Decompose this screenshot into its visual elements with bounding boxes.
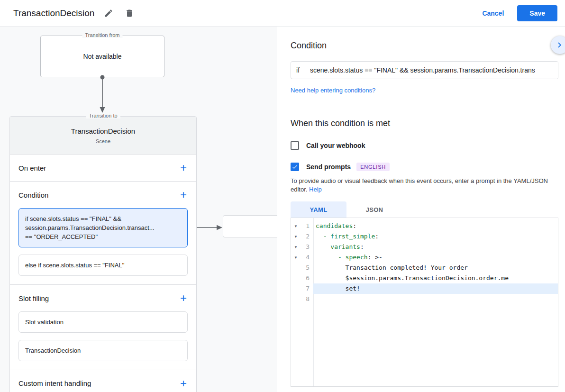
editor-line[interactable]: ▾4 - speech: >- [291,252,558,263]
yaml-editor-lines: ▾1candidates:▾2 - first_simple:▾3 varian… [291,221,558,304]
if-label: if [291,62,305,79]
code-line-content: Transaction completed! Your order [313,263,558,273]
add-slot-button[interactable]: + [175,290,191,306]
slot-filling-label: Slot filling [18,294,49,302]
code-line-content: $session.params.TransactionDecision.orde… [313,273,558,283]
code-line-content: variants: [313,242,558,252]
fold-gutter [291,283,301,294]
add-condition-button[interactable]: + [175,187,191,203]
add-on-enter-button[interactable]: + [175,160,191,176]
line-number: 2 [301,231,313,242]
editor-line[interactable]: 8 [291,294,558,304]
language-badge: ENGLISH [356,163,390,171]
custom-intent-label: Custom intent handling [18,379,91,387]
main-content: Transition from Not available Transition… [0,27,565,392]
edit-title-button[interactable] [102,7,115,20]
condition-section-header: Condition + [10,182,196,208]
scene-card-title: TransactionDecision [10,127,196,135]
page-title: TransactionDecision [13,8,94,18]
condition-items: if scene.slots.status == "FINAL" && sess… [10,208,196,284]
condition-expression-row: if [291,61,558,79]
condition-help-link[interactable]: Need help entering conditions? [291,87,375,94]
call-webhook-checkbox[interactable] [291,141,299,150]
transition-arrow-down [95,75,109,115]
fold-arrow-icon[interactable]: ▾ [291,231,301,242]
save-button[interactable]: Save [517,5,557,21]
check-icon [292,164,298,170]
prompts-description: To provide audio or visual feedback when… [291,177,556,194]
fold-arrow-icon[interactable]: ▾ [291,242,301,252]
line-number: 6 [301,273,313,283]
tab-json[interactable]: JSON [346,201,402,218]
condition-section-label: Condition [18,191,48,199]
scene-card-header: Transition to TransactionDecision Scene [10,117,196,155]
fold-gutter [291,263,301,273]
slot-items: Slot validation TransactionDecision [10,311,196,370]
custom-intent-section-header: Custom intent handling + [10,370,196,392]
code-line-content: candidates: [313,221,558,231]
line-number: 4 [301,252,313,263]
fold-arrow-icon[interactable]: ▾ [291,221,301,231]
condition-panel: Condition if Need help entering conditio… [277,27,565,392]
code-line-content [313,294,558,304]
scene-diagram-canvas: Transition from Not available Transition… [0,27,277,392]
send-prompts-row: Send prompts ENGLISH [291,163,565,171]
transition-from-tag: Transition from [82,32,123,38]
code-line-content: - speech: >- [313,252,558,263]
send-prompts-checkbox[interactable] [291,163,299,171]
fold-arrow-icon[interactable]: ▾ [291,252,301,263]
call-webhook-label: Call your webhook [306,142,365,149]
on-enter-section-header: On enter + [10,155,196,181]
editor-line[interactable]: ▾1candidates: [291,221,558,231]
trash-icon [125,9,134,18]
code-line-content: - first_simple: [313,231,558,242]
tab-yaml[interactable]: YAML [291,201,346,218]
code-line-content: set! [313,283,558,294]
app-header: TransactionDecision Cancel Save [0,0,565,27]
slot-filling-section: Slot filling + Slot validation Transacti… [10,284,196,370]
send-prompts-label: Send prompts [306,163,351,171]
transition-from-node[interactable]: Transition from Not available [40,36,164,77]
when-condition-title: When this condition is met [291,119,565,128]
editor-line[interactable]: 6 $session.params.TransactionDecision.or… [291,273,558,283]
yaml-editor[interactable]: ▾1candidates:▾2 - first_simple:▾3 varian… [291,218,558,387]
line-number: 5 [301,263,313,273]
panel-divider [277,105,565,105]
help-link[interactable]: Help [309,186,322,193]
editor-line[interactable]: ▾3 variants: [291,242,558,252]
add-custom-intent-button[interactable]: + [175,375,191,392]
chevron-right-icon [555,40,565,50]
line-number: 1 [301,221,313,231]
slot-item-transaction-decision[interactable]: TransactionDecision [18,340,188,361]
slot-item-validation[interactable]: Slot validation [18,311,188,333]
condition-section: Condition + if scene.slots.status == "FI… [10,181,196,284]
condition-target-node[interactable] [223,215,277,237]
transition-from-value: Not available [83,53,122,60]
fold-gutter [291,273,301,283]
on-enter-label: On enter [18,164,46,172]
cancel-button[interactable]: Cancel [482,9,504,17]
editor-tabs: YAML JSON [291,201,565,218]
condition-item-selected[interactable]: if scene.slots.status == "FINAL" && sess… [18,208,188,247]
scene-card: Transition to TransactionDecision Scene … [9,116,197,392]
webhook-row: Call your webhook [291,141,565,150]
editor-line[interactable]: 5 Transaction completed! Your order [291,263,558,273]
condition-panel-title: Condition [291,41,565,51]
fold-gutter [291,294,301,304]
pencil-icon [104,9,113,18]
line-number: 3 [301,242,313,252]
condition-expression-input[interactable] [305,62,558,79]
next-condition-button[interactable] [551,36,565,54]
editor-line[interactable]: 7 set! [291,283,558,294]
scene-card-subtitle: Scene [10,138,196,144]
condition-item[interactable]: else if scene.slots.status == "FINAL" [18,255,188,276]
transition-to-tag: Transition to [86,113,120,119]
editor-line[interactable]: ▾2 - first_simple: [291,231,558,242]
slot-filling-section-header: Slot filling + [10,285,196,311]
line-number: 7 [301,283,313,294]
delete-scene-button[interactable] [123,7,136,20]
line-number: 8 [301,294,313,304]
prompts-description-text: To provide audio or visual feedback when… [291,177,548,193]
